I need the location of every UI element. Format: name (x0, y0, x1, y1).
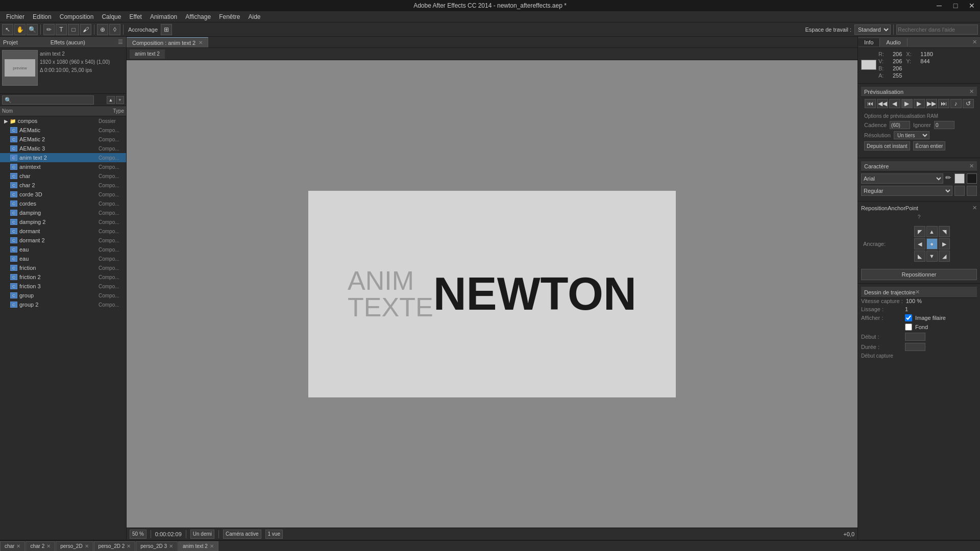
ignorer-input[interactable] (934, 121, 954, 129)
anchor-mc[interactable]: ● (926, 238, 938, 249)
tl-tab-1[interactable]: char 2 ✕ (26, 541, 55, 552)
preview-close[interactable]: ✕ (969, 88, 974, 95)
tool-text[interactable]: T (56, 24, 67, 35)
comp-tab-close[interactable]: ✕ (199, 40, 203, 45)
dessin-close[interactable]: ✕ (915, 289, 920, 295)
ecran-btn[interactable]: Écran entier (913, 141, 946, 151)
project-item-17[interactable]: Cfriction 2Compo... (0, 272, 126, 282)
prev-prev-frame[interactable]: ◀ (889, 99, 900, 108)
prev-last[interactable]: ⏭ (938, 99, 949, 108)
anchor-tr[interactable]: ◥ (939, 226, 950, 237)
menu-item-composition[interactable]: Composition (56, 12, 98, 21)
project-item-6[interactable]: CcharCompo... (0, 171, 126, 181)
anchor-br[interactable]: ◢ (939, 251, 950, 262)
prev-next-frame[interactable]: ▶ (914, 99, 925, 108)
comp-tab-main[interactable]: Composition : anim text 2 ✕ (127, 37, 208, 47)
anchor-tc[interactable]: ▲ (926, 226, 938, 237)
camera-btn[interactable]: Caméra active (223, 530, 261, 539)
project-item-0[interactable]: ▶ 📁composDossier (0, 116, 126, 126)
anchor-bc[interactable]: ▼ (926, 251, 938, 262)
menu-item-fichier[interactable]: Fichier (2, 12, 29, 21)
resolution-select[interactable]: Un tiers (894, 131, 929, 139)
tl-tab-close-1[interactable]: ✕ (46, 543, 51, 549)
panel-menu[interactable]: ☰ (118, 39, 123, 45)
prev-first[interactable]: ⏮ (865, 99, 876, 108)
debut-input[interactable] (905, 333, 925, 341)
panel-close[interactable]: ✕ (969, 38, 980, 46)
font-color-3-btn[interactable] (967, 186, 977, 196)
maximize-button[interactable]: □ (947, 0, 964, 11)
search-input[interactable] (896, 24, 978, 35)
font-edit-icon[interactable]: ✏ (945, 173, 952, 184)
project-item-13[interactable]: Cdormant 2Compo... (0, 236, 126, 245)
project-item-14[interactable]: CeauCompo... (0, 245, 126, 254)
depuis-btn[interactable]: Depuis cet instant (864, 141, 910, 151)
menu-item-affichage[interactable]: Affichage (181, 12, 215, 21)
tool-clone[interactable]: ⊕ (97, 24, 108, 35)
project-item-4[interactable]: Canim text 2Compo... (0, 153, 126, 162)
sort-btn[interactable]: ▲ (107, 96, 115, 104)
tl-tab-close-2[interactable]: ✕ (85, 543, 89, 549)
duree-input[interactable] (905, 343, 925, 351)
tool-arrow[interactable]: ↖ (2, 24, 13, 35)
cadence-input[interactable] (890, 121, 910, 129)
reposition-btn[interactable]: Repositionner (861, 269, 977, 280)
add-folder-btn[interactable]: + (116, 96, 124, 104)
tl-tab-close-0[interactable]: ✕ (16, 543, 20, 549)
prev-play[interactable]: ▶ (901, 99, 913, 108)
project-item-19[interactable]: CgroupCompo... (0, 291, 126, 300)
project-item-11[interactable]: Cdamping 2Compo... (0, 217, 126, 227)
project-item-5[interactable]: CanimtextCompo... (0, 162, 126, 171)
zoom-btn[interactable]: 50 % (130, 530, 146, 539)
anchor-ml[interactable]: ◀ (914, 238, 925, 249)
project-item-7[interactable]: Cchar 2Compo... (0, 181, 126, 190)
audio-tab[interactable]: Audio (880, 38, 907, 46)
project-item-10[interactable]: CdampingCompo... (0, 208, 126, 217)
effects-tab[interactable]: Effets (aucun) (51, 39, 85, 45)
info-tab[interactable]: Info (858, 38, 880, 46)
font-name-select[interactable]: Arial (861, 173, 943, 184)
tl-tab-close-5[interactable]: ✕ (210, 543, 214, 549)
project-item-2[interactable]: CAEMatic 2Compo... (0, 135, 126, 144)
comp-sub-tab[interactable]: anim text 2 (130, 49, 165, 59)
anchor-tl[interactable]: ◤ (914, 226, 925, 237)
tl-tab-0[interactable]: char ✕ (0, 541, 25, 552)
tl-tab-4[interactable]: perso_2D 3 ✕ (136, 541, 178, 552)
project-item-20[interactable]: Cgroup 2Compo... (0, 300, 126, 309)
tool-brush[interactable]: 🖌 (80, 24, 91, 35)
font-color-2-btn[interactable] (954, 186, 965, 196)
image-filaire-checkbox[interactable] (905, 314, 912, 321)
tool-shape[interactable]: □ (68, 24, 79, 35)
project-search-input[interactable] (2, 95, 94, 105)
project-item-18[interactable]: Cfriction 3Compo... (0, 282, 126, 291)
font-style-select[interactable]: Regular (861, 186, 952, 196)
font-color-btn[interactable] (954, 173, 965, 184)
tl-tab-close-3[interactable]: ✕ (127, 543, 131, 549)
tl-tab-3[interactable]: perso_2D 2 ✕ (94, 541, 136, 552)
tl-tab-2[interactable]: perso_2D ✕ (56, 541, 93, 552)
menu-item-aide[interactable]: Aide (244, 12, 264, 21)
views-btn[interactable]: 1 vue (265, 530, 283, 539)
menu-item-calque[interactable]: Calque (97, 12, 125, 21)
tl-tab-close-4[interactable]: ✕ (169, 543, 173, 549)
tool-eraser[interactable]: ◊ (109, 24, 120, 35)
menu-item-fenêtre[interactable]: Fenêtre (215, 12, 244, 21)
fond-checkbox[interactable] (905, 323, 912, 331)
project-item-16[interactable]: CfrictionCompo... (0, 263, 126, 272)
prev-audio[interactable]: ♪ (950, 99, 962, 108)
prev-back[interactable]: ◀◀ (877, 99, 888, 108)
project-item-9[interactable]: CcordesCompo... (0, 199, 126, 208)
tool-hand[interactable]: ✋ (14, 24, 26, 35)
menu-item-effet[interactable]: Effet (125, 12, 145, 21)
project-item-8[interactable]: Ccorde 3DCompo... (0, 190, 126, 199)
tool-pen[interactable]: ✏ (43, 24, 55, 35)
anchor-mr[interactable]: ▶ (939, 238, 950, 249)
tool-zoom[interactable]: 🔍 (27, 24, 38, 35)
project-item-3[interactable]: CAEMatic 3Compo... (0, 144, 126, 153)
anchor-bl[interactable]: ◣ (914, 251, 925, 262)
project-item-1[interactable]: CAEMaticCompo... (0, 126, 126, 135)
menu-item-edition[interactable]: Edition (29, 12, 56, 21)
accrochage-toggle[interactable]: ⊞ (161, 24, 172, 35)
prev-fwd[interactable]: ▶▶ (926, 99, 937, 108)
minimize-button[interactable]: ─ (931, 0, 947, 11)
